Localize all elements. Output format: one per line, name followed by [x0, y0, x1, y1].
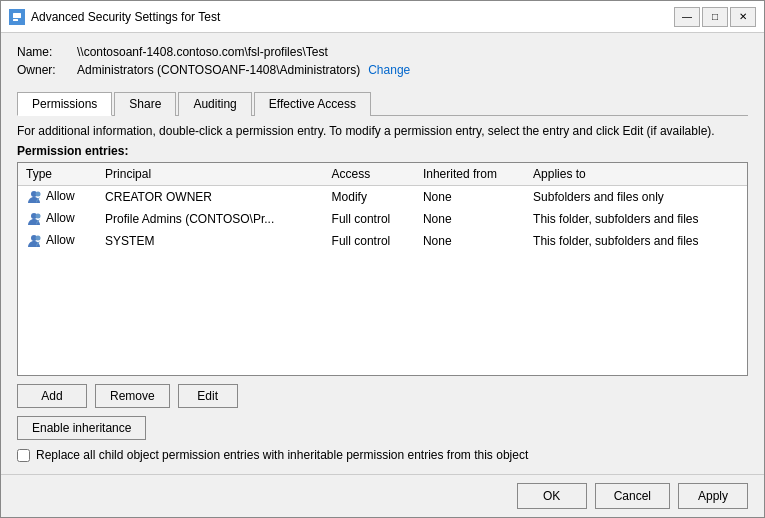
cell-principal: Profile Admins (CONTOSO\Pr...: [97, 208, 323, 230]
cell-access: Full control: [324, 208, 415, 230]
edit-button[interactable]: Edit: [178, 384, 238, 408]
cell-type: Allow: [18, 208, 97, 230]
permission-entries-label: Permission entries:: [17, 144, 748, 158]
col-access: Access: [324, 163, 415, 186]
svg-point-6: [36, 214, 41, 219]
col-type: Type: [18, 163, 97, 186]
main-window: Advanced Security Settings for Test — □ …: [0, 0, 765, 518]
title-controls: — □ ✕: [674, 7, 756, 27]
ok-button[interactable]: OK: [517, 483, 587, 509]
cell-applies-to: Subfolders and files only: [525, 186, 747, 209]
name-value: \\contosoanf-1408.contoso.com\fsl-profil…: [77, 45, 328, 59]
tab-bar: Permissions Share Auditing Effective Acc…: [17, 91, 748, 116]
owner-label: Owner:: [17, 63, 77, 77]
col-inherited-from: Inherited from: [415, 163, 525, 186]
title-bar: Advanced Security Settings for Test — □ …: [1, 1, 764, 33]
tab-permissions[interactable]: Permissions: [17, 92, 112, 116]
svg-rect-1: [13, 13, 21, 18]
cell-access: Full control: [324, 230, 415, 252]
window-title: Advanced Security Settings for Test: [31, 10, 674, 24]
footer: OK Cancel Apply: [1, 474, 764, 517]
svg-rect-2: [13, 19, 18, 21]
cell-applies-to: This folder, subfolders and files: [525, 208, 747, 230]
inheritance-row: Enable inheritance: [17, 416, 748, 440]
cell-inherited-from: None: [415, 208, 525, 230]
minimize-button[interactable]: —: [674, 7, 700, 27]
cell-applies-to: This folder, subfolders and files: [525, 230, 747, 252]
remove-button[interactable]: Remove: [95, 384, 170, 408]
cell-inherited-from: None: [415, 230, 525, 252]
close-button[interactable]: ✕: [730, 7, 756, 27]
cell-inherited-from: None: [415, 186, 525, 209]
tab-share[interactable]: Share: [114, 92, 176, 116]
add-button[interactable]: Add: [17, 384, 87, 408]
name-row: Name: \\contosoanf-1408.contoso.com\fsl-…: [17, 45, 748, 59]
replace-permissions-checkbox[interactable]: [17, 449, 30, 462]
cancel-button[interactable]: Cancel: [595, 483, 670, 509]
description-text: For additional information, double-click…: [17, 124, 748, 138]
svg-point-4: [36, 192, 41, 197]
table-row[interactable]: Allow SYSTEM Full control None This fold…: [18, 230, 747, 252]
table-row[interactable]: Allow CREATOR OWNER Modify None Subfolde…: [18, 186, 747, 209]
tab-effective-access[interactable]: Effective Access: [254, 92, 371, 116]
table-row[interactable]: Allow Profile Admins (CONTOSO\Pr... Full…: [18, 208, 747, 230]
owner-row: Owner: Administrators (CONTOSOANF-1408\A…: [17, 63, 748, 77]
cell-principal: SYSTEM: [97, 230, 323, 252]
cell-access: Modify: [324, 186, 415, 209]
name-label: Name:: [17, 45, 77, 59]
cell-type: Allow: [18, 186, 97, 209]
cell-principal: CREATOR OWNER: [97, 186, 323, 209]
cell-type: Allow: [18, 230, 97, 252]
maximize-button[interactable]: □: [702, 7, 728, 27]
permissions-table: Type Principal Access Inherited from App…: [18, 163, 747, 252]
action-buttons: Add Remove Edit: [17, 384, 748, 408]
replace-permissions-row: Replace all child object permission entr…: [17, 448, 748, 462]
col-principal: Principal: [97, 163, 323, 186]
replace-permissions-label: Replace all child object permission entr…: [36, 448, 528, 462]
permissions-table-container[interactable]: Type Principal Access Inherited from App…: [17, 162, 748, 376]
content-area: Name: \\contosoanf-1408.contoso.com\fsl-…: [1, 33, 764, 474]
tab-auditing[interactable]: Auditing: [178, 92, 251, 116]
enable-inheritance-button[interactable]: Enable inheritance: [17, 416, 146, 440]
apply-button[interactable]: Apply: [678, 483, 748, 509]
col-applies-to: Applies to: [525, 163, 747, 186]
window-icon: [9, 9, 25, 25]
owner-value: Administrators (CONTOSOANF-1408\Administ…: [77, 63, 360, 77]
change-link[interactable]: Change: [368, 63, 410, 77]
svg-point-8: [36, 236, 41, 241]
